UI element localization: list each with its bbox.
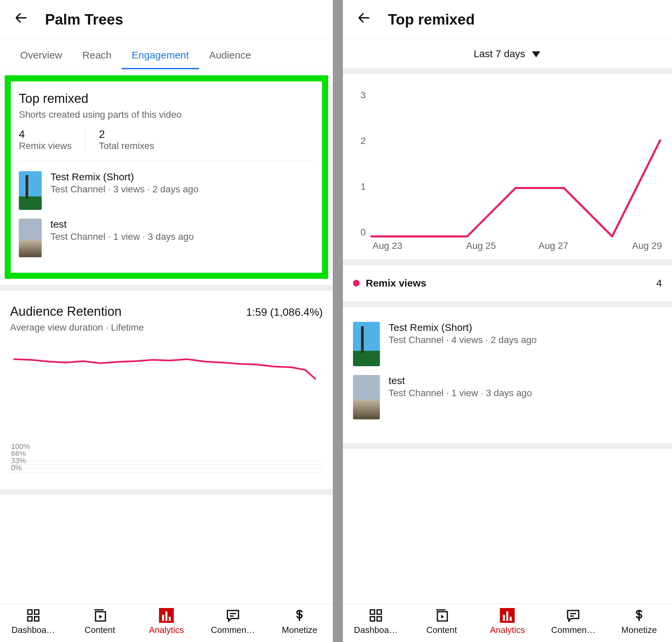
back-arrow-icon[interactable] [13, 10, 29, 29]
period-label: Last 7 days [474, 48, 525, 60]
nav-label: Dashboa… [11, 625, 55, 635]
nav-label: Analytics [149, 625, 184, 635]
metrics-row: 4 Remix views 2 Total remixes [19, 128, 314, 161]
tab-overview[interactable]: Overview [10, 39, 72, 69]
remix-item[interactable]: Test Remix (Short) Test Channel · 4 view… [353, 322, 662, 366]
card-title: Top remixed [19, 91, 314, 106]
nav-dashboard[interactable]: Dashboa… [343, 608, 409, 635]
video-thumbnail-icon [19, 171, 42, 210]
engagement-screen: Palm Trees Overview Reach Engagement Aud… [0, 0, 333, 642]
remix-title: Test Remix (Short) [50, 171, 199, 183]
header: Palm Trees [0, 0, 333, 39]
bottom-nav: Dashboa… Content Analytics Commen… Monet… [343, 604, 672, 642]
nav-label: Analytics [490, 625, 525, 635]
comments-icon [225, 608, 240, 623]
audience-retention-card: Audience Retention 1:59 (1,086.4%) Avera… [0, 291, 333, 495]
metric-value: 4 [19, 128, 72, 141]
remix-meta: Test Channel · 3 views · 2 days ago [50, 184, 199, 195]
svg-rect-7 [35, 617, 39, 621]
nav-label: Monetize [621, 625, 657, 635]
analytics-icon [500, 608, 515, 623]
remix-item[interactable]: test Test Channel · 1 view · 3 days ago [19, 219, 314, 257]
page-title: Top remixed [388, 11, 475, 28]
nav-monetize[interactable]: Monetize [606, 608, 672, 635]
metric-remix-views[interactable]: 4 Remix views [19, 128, 86, 151]
card-subtitle: Shorts created using parts of this video [19, 109, 314, 120]
dashboard-icon [369, 608, 383, 623]
nav-label: Content [85, 625, 115, 635]
metric-value: 2 [99, 128, 154, 141]
chart-legend[interactable]: Remix views 4 [343, 265, 672, 307]
svg-rect-4 [28, 610, 32, 614]
dashboard-icon [26, 608, 41, 623]
legend-dot-icon [353, 280, 360, 286]
pane-divider [333, 0, 343, 642]
remix-title: test [389, 375, 532, 386]
metric-label: Total remixes [99, 141, 154, 151]
back-arrow-icon[interactable] [356, 10, 372, 29]
analytics-icon [159, 608, 174, 623]
video-thumbnail-icon [19, 219, 42, 257]
svg-rect-13 [377, 610, 382, 614]
page-title: Palm Trees [45, 11, 123, 28]
nav-monetize[interactable]: Monetize [266, 608, 333, 635]
svg-rect-6 [28, 617, 32, 621]
header: Top remixed [343, 0, 672, 39]
tab-reach[interactable]: Reach [72, 39, 122, 69]
content-icon [434, 608, 449, 623]
remix-meta: Test Channel · 1 view · 3 days ago [389, 388, 532, 399]
card-title: Audience Retention [10, 304, 122, 319]
top-remixed-highlight: Top remixed Shorts created using parts o… [5, 75, 328, 279]
remix-item[interactable]: Test Remix (Short) Test Channel · 3 view… [19, 171, 314, 210]
retention-y-labels: 100% 66% 33% 0% [11, 443, 30, 472]
svg-marker-9 [99, 615, 102, 618]
metric-label: Remix views [19, 141, 72, 151]
nav-label: Dashboa… [354, 625, 398, 635]
nav-comments[interactable]: Commen… [200, 608, 266, 635]
remix-title: test [50, 219, 194, 230]
remix-meta: Test Channel · 4 views · 2 days ago [389, 335, 537, 345]
nav-content[interactable]: Content [67, 608, 133, 635]
remix-title: Test Remix (Short) [389, 322, 537, 333]
chart-y-labels: 3 2 1 0 [353, 90, 369, 238]
nav-analytics[interactable]: Analytics [133, 608, 200, 635]
tab-bar: Overview Reach Engagement Audience [0, 39, 333, 69]
period-select[interactable]: Last 7 days ▼ [474, 48, 541, 60]
nav-analytics[interactable]: Analytics [475, 608, 541, 635]
video-thumbnail-icon [353, 375, 380, 419]
content-icon [92, 608, 107, 623]
nav-comments[interactable]: Commen… [540, 608, 606, 635]
chevron-down-icon: ▼ [529, 48, 543, 60]
svg-marker-17 [441, 615, 444, 618]
legend-value: 4 [656, 278, 662, 289]
monetize-icon [632, 608, 646, 623]
svg-rect-14 [370, 617, 374, 621]
comments-icon [566, 608, 581, 623]
svg-rect-15 [377, 617, 382, 621]
svg-rect-5 [35, 610, 39, 614]
remix-views-chart-card: 3 2 1 0 Aug 23 Aug 25 Aug 27 Aug 29 [343, 74, 672, 265]
card-subtitle: Average view duration · Lifetime [10, 322, 323, 333]
svg-rect-12 [370, 610, 374, 614]
remix-meta: Test Channel · 1 view · 3 days ago [50, 231, 194, 242]
retention-chart: 100% 66% 33% 0% [10, 343, 323, 477]
bottom-nav: Dashboa… Content Analytics Commen… Monet… [0, 604, 333, 642]
top-remixed-detail-screen: Top remixed Last 7 days ▼ 3 2 1 0 Aug 23… [343, 0, 672, 642]
retention-value: 1:59 (1,086.4%) [246, 306, 323, 319]
nav-dashboard[interactable]: Dashboa… [0, 608, 67, 635]
legend-label: Remix views [366, 278, 426, 289]
chart-x-labels: Aug 23 Aug 25 Aug 27 Aug 29 [353, 241, 662, 251]
nav-label: Commen… [551, 625, 595, 635]
remix-item[interactable]: test Test Channel · 1 view · 3 days ago [353, 375, 662, 419]
remix-list: Test Remix (Short) Test Channel · 4 view… [343, 307, 672, 449]
tab-audience[interactable]: Audience [199, 39, 261, 69]
metric-total-remixes[interactable]: 2 Total remixes [99, 128, 168, 151]
line-chart[interactable] [369, 90, 662, 238]
nav-label: Content [426, 625, 457, 635]
tab-engagement[interactable]: Engagement [122, 39, 199, 69]
nav-content[interactable]: Content [409, 608, 475, 635]
period-row: Last 7 days ▼ [343, 39, 672, 74]
monetize-icon [292, 608, 307, 623]
nav-label: Commen… [211, 625, 255, 635]
nav-label: Monetize [282, 625, 317, 635]
